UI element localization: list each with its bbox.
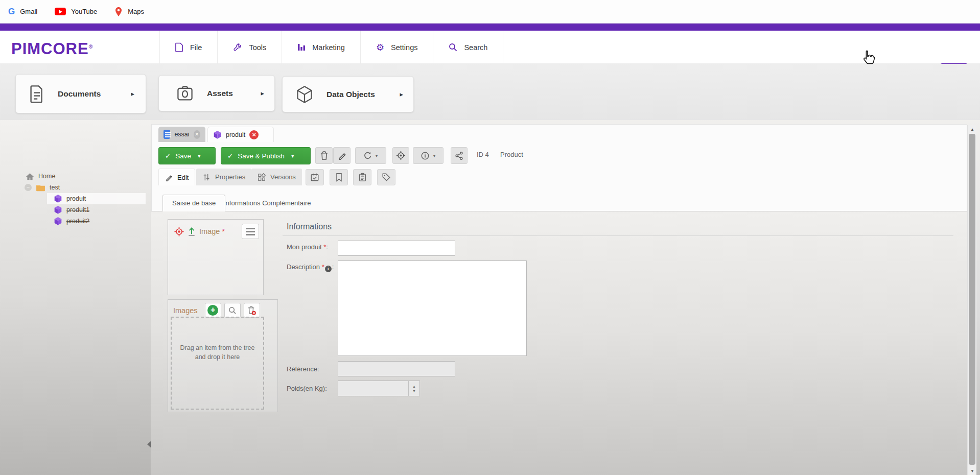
cube-icon bbox=[54, 217, 62, 226]
reference-label: Référence: bbox=[287, 365, 319, 373]
mon-produit-input[interactable] bbox=[338, 241, 455, 256]
description-label: Description *i: bbox=[287, 263, 334, 272]
app-header: PIMCORE® File Tools Marketing ⚙ Settings… bbox=[0, 31, 980, 64]
pimcore-logo: PIMCORE® bbox=[11, 40, 93, 58]
images-field-label: Images bbox=[173, 306, 198, 315]
bookmark-button[interactable] bbox=[330, 169, 348, 185]
crosshair-icon bbox=[174, 227, 184, 236]
main-area: Home − test produit produit1 produit2 es… bbox=[0, 120, 980, 475]
caret-down-icon[interactable]: ▾ bbox=[375, 153, 378, 158]
add-image-button[interactable]: + bbox=[205, 303, 221, 318]
cube-outline-icon bbox=[296, 85, 313, 104]
section-divider bbox=[283, 235, 953, 236]
info-icon bbox=[421, 151, 430, 160]
tab-edit[interactable]: Edit bbox=[158, 169, 195, 185]
tags-button[interactable] bbox=[377, 169, 395, 185]
tree-item-test[interactable]: − test bbox=[25, 182, 60, 193]
tab-produit[interactable]: produit × bbox=[207, 127, 274, 142]
tab-informations-complementaire[interactable]: Informations Complémentaire bbox=[215, 195, 320, 211]
locate-in-tree-button[interactable] bbox=[392, 147, 409, 164]
dropzone-hint: Drag an item from the tree and drop it h… bbox=[179, 343, 256, 362]
tab-essai[interactable]: essai × bbox=[158, 127, 205, 142]
folder-icon bbox=[36, 184, 45, 192]
rename-button[interactable] bbox=[333, 147, 351, 164]
scrollbar-thumb[interactable] bbox=[969, 134, 975, 465]
tag-icon bbox=[382, 173, 391, 182]
image-field-label: Image * bbox=[199, 227, 225, 235]
collapse-minus-icon[interactable]: − bbox=[25, 184, 32, 191]
caret-down-icon[interactable]: ▾ bbox=[198, 153, 201, 159]
tree-item-home[interactable]: Home bbox=[26, 171, 55, 182]
bookmarks-bar: G Gmail YouTube Maps bbox=[0, 0, 980, 23]
caret-down-icon[interactable]: ▾ bbox=[433, 153, 435, 158]
reload-button[interactable]: ▾ bbox=[355, 147, 386, 164]
poids-input[interactable] bbox=[338, 381, 420, 396]
vertical-scrollbar[interactable]: ▲ ▼ bbox=[967, 125, 976, 475]
tab-saisie-de-base[interactable]: Saisie de base bbox=[162, 195, 225, 211]
bar-chart-icon bbox=[297, 43, 306, 52]
notes-button[interactable] bbox=[353, 169, 371, 185]
menu-marketing[interactable]: Marketing bbox=[282, 31, 360, 64]
cube-icon bbox=[54, 205, 62, 215]
field-info-icon: i bbox=[325, 266, 332, 272]
delete-button[interactable] bbox=[315, 147, 333, 164]
top-accent-bar bbox=[0, 23, 980, 31]
calendar-check-icon bbox=[310, 173, 319, 182]
google-icon: G bbox=[8, 7, 15, 17]
tab-versions[interactable]: Versions bbox=[251, 169, 302, 185]
save-publish-button[interactable]: ✓ Save & Publish ▾ bbox=[221, 147, 311, 164]
bookmark-youtube[interactable]: YouTube bbox=[55, 8, 97, 15]
edit-panel: Image * Images + Drag an item from the t… bbox=[151, 211, 967, 475]
bookmark-maps[interactable]: Maps bbox=[114, 7, 144, 17]
bookmark-gmail[interactable]: G Gmail bbox=[8, 7, 37, 17]
share-icon bbox=[455, 151, 463, 160]
tree-item-produit[interactable]: produit bbox=[47, 193, 146, 204]
cube-icon bbox=[54, 194, 62, 203]
spinner-down-icon[interactable]: ▼ bbox=[412, 389, 416, 393]
home-icon bbox=[26, 173, 34, 180]
menu-settings[interactable]: ⚙ Settings bbox=[360, 31, 433, 64]
share-button[interactable] bbox=[451, 147, 468, 164]
wrench-icon bbox=[233, 43, 242, 52]
menu-search[interactable]: Search bbox=[433, 31, 503, 64]
tree-item-produit2[interactable]: produit2 bbox=[54, 216, 89, 227]
object-tree-panel: Home − test produit produit1 produit2 bbox=[0, 120, 151, 475]
object-id-label: ID 4 bbox=[477, 151, 489, 158]
info-button[interactable]: ▾ bbox=[413, 147, 444, 164]
bookmark-label: Gmail bbox=[20, 8, 37, 15]
images-dropzone[interactable]: Drag an item from the tree and drop it h… bbox=[171, 317, 264, 410]
clear-images-button[interactable] bbox=[244, 303, 260, 318]
bookmark-label: YouTube bbox=[71, 8, 97, 15]
scroll-up-icon[interactable]: ▲ bbox=[968, 125, 977, 133]
documents-button[interactable]: Documents ▸ bbox=[15, 74, 146, 113]
tab-properties[interactable]: Properties bbox=[196, 169, 251, 185]
check-icon: ✓ bbox=[227, 152, 233, 160]
search-image-button[interactable] bbox=[224, 303, 241, 318]
tree-collapse-handle[interactable] bbox=[147, 441, 151, 448]
mon-produit-label: Mon produit *: bbox=[287, 243, 328, 251]
menu-file[interactable]: File bbox=[159, 31, 217, 64]
spinner-up-icon[interactable]: ▲ bbox=[412, 385, 416, 388]
content-panel: essai × produit × ✓ Save ▾ ✓ Save & Publ… bbox=[151, 120, 980, 475]
image-menu-button[interactable] bbox=[242, 224, 259, 239]
assets-button[interactable]: Assets ▸ bbox=[158, 75, 275, 111]
perspective-strip: Documents ▸ Assets ▸ Data Objects ▸ bbox=[0, 64, 980, 120]
upload-arrow-icon[interactable] bbox=[188, 227, 196, 236]
data-objects-button[interactable]: Data Objects ▸ bbox=[282, 76, 414, 112]
menu-tools[interactable]: Tools bbox=[217, 31, 282, 64]
arrow-right-icon: ▸ bbox=[400, 90, 403, 98]
scroll-down-icon[interactable]: ▼ bbox=[968, 467, 977, 475]
reference-input[interactable] bbox=[338, 361, 455, 376]
poids-stepper: ▲ ▼ bbox=[338, 381, 420, 396]
number-spinner[interactable]: ▲ ▼ bbox=[408, 381, 419, 396]
close-tab-icon[interactable]: × bbox=[249, 130, 259, 139]
image-field-widget[interactable]: Image * bbox=[168, 219, 264, 295]
clipboard-icon bbox=[358, 173, 367, 182]
tree-item-produit1[interactable]: produit1 bbox=[54, 204, 89, 216]
schedule-button[interactable] bbox=[306, 169, 324, 185]
save-button[interactable]: ✓ Save ▾ bbox=[158, 147, 216, 164]
caret-down-icon[interactable]: ▾ bbox=[291, 153, 294, 159]
target-icon bbox=[396, 151, 406, 160]
description-textarea[interactable] bbox=[338, 260, 527, 356]
close-tab-icon[interactable]: × bbox=[194, 130, 200, 139]
